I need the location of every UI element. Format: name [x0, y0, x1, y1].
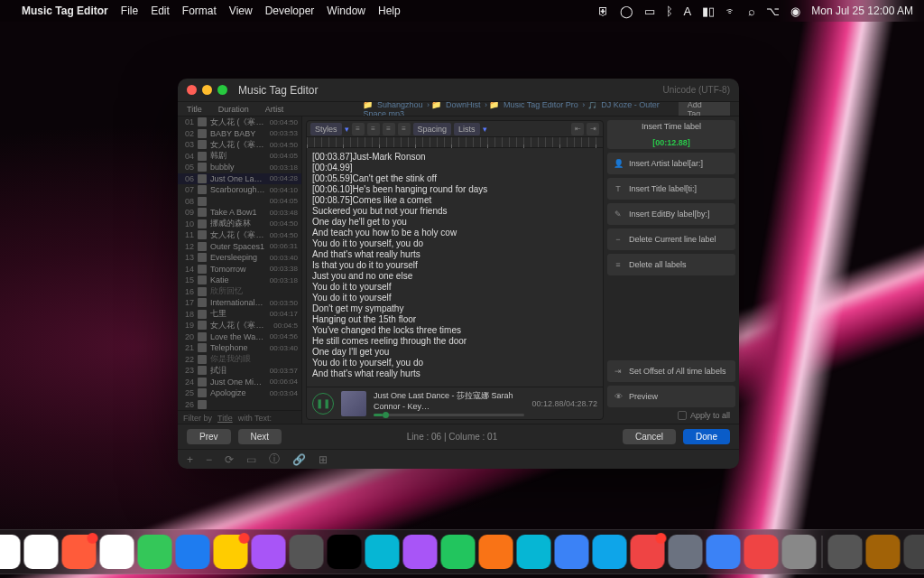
track-row[interactable]: 21Telephone00:03:40 — [178, 342, 301, 354]
dock-app[interactable] — [0, 535, 21, 569]
menubar-appname[interactable]: Music Tag Editor — [22, 5, 108, 17]
dock-app[interactable] — [290, 535, 324, 569]
dock-app[interactable] — [866, 535, 901, 569]
menu-file[interactable]: File — [121, 5, 138, 17]
folder-icon[interactable]: ▭ — [246, 453, 256, 466]
styles-dropdown[interactable]: Styles — [310, 123, 342, 135]
align-right-icon[interactable]: ≡ — [383, 123, 395, 135]
wifi-icon[interactable]: ᯤ — [725, 5, 737, 18]
info-icon[interactable]: ⓘ — [269, 452, 280, 467]
align-left-icon[interactable]: ≡ — [352, 123, 365, 135]
track-row[interactable]: 16欣所回忆 — [178, 286, 301, 298]
close-icon[interactable] — [187, 85, 197, 95]
dock-app[interactable] — [365, 535, 400, 569]
dock-app[interactable] — [517, 535, 551, 569]
bluetooth-icon[interactable]: ᛒ — [666, 5, 673, 18]
track-row[interactable]: 20Love the Way…00:04:56 — [178, 331, 301, 343]
grid-icon[interactable]: ⊞ — [319, 453, 328, 466]
minimize-icon[interactable] — [202, 85, 212, 95]
sync-icon[interactable]: ◯ — [620, 5, 633, 18]
next-button[interactable]: Next — [238, 429, 282, 444]
menu-format[interactable]: Format — [182, 5, 217, 17]
align-justify-icon[interactable]: ≡ — [398, 123, 411, 135]
track-row[interactable]: 10挪威的森林00:04:50 — [178, 219, 301, 230]
track-row[interactable]: 19女人花 (《寒…00:04:5 — [178, 320, 301, 331]
insert-time-button[interactable]: Insert Time label [00:12.88] — [607, 120, 735, 149]
dock-app[interactable] — [252, 535, 286, 569]
dock-app[interactable] — [24, 535, 59, 569]
dock-app[interactable] — [62, 535, 97, 569]
add-tag-button[interactable]: Add Tag... — [679, 102, 730, 117]
dock-app[interactable] — [593, 535, 627, 569]
track-row[interactable]: 04韩剧00:04:05 — [178, 151, 301, 163]
dock-app[interactable] — [744, 535, 779, 569]
breadcrumb[interactable]: 📁 Suhangzhou › 📁 DownHist › 📁 Music Tag … — [363, 102, 678, 117]
siri-icon[interactable]: ◉ — [790, 5, 800, 18]
zoom-icon[interactable] — [217, 85, 227, 95]
outdent-icon[interactable]: ⇤ — [571, 123, 584, 135]
track-row[interactable]: 09Take A Bow100:03:48 — [178, 207, 301, 219]
dock-app[interactable] — [100, 535, 134, 569]
track-row[interactable]: 05bubbly00:03:18 — [178, 162, 301, 173]
track-row[interactable]: 24Just One Min…00:06:04 — [178, 377, 301, 388]
insert-title-button[interactable]: T Insert Title label[ti:] — [607, 178, 735, 200]
preview-button[interactable]: 👁 Preview — [607, 386, 735, 407]
dock-app[interactable] — [707, 535, 741, 569]
track-row[interactable]: 25Apologize00:03:04 — [178, 387, 301, 399]
delete-line-button[interactable]: − Delete Current line label — [607, 228, 735, 250]
progress-bar[interactable] — [374, 414, 524, 416]
track-row[interactable]: 02BABY BABY00:03:53 — [178, 128, 301, 140]
insert-editby-button[interactable]: ✎ Insert EditBy label[by:] — [607, 203, 735, 225]
dock-app[interactable] — [441, 535, 476, 569]
lyrics-textarea[interactable]: [00:03.87]Just-Mark Ronson [00:04.99] [0… — [307, 148, 603, 387]
ruler[interactable] — [307, 137, 603, 148]
col-title[interactable]: Title — [187, 105, 202, 114]
display-icon[interactable]: ▭ — [644, 5, 655, 18]
track-row[interactable]: 06Just One Last…00:04:28 — [178, 173, 301, 185]
track-row[interactable]: 23拭泪00:03:57 — [178, 365, 301, 377]
apply-all-checkbox[interactable]: Apply to all — [607, 411, 735, 420]
indent-icon[interactable]: ⇥ — [587, 123, 599, 135]
col-duration[interactable]: Duration — [218, 105, 249, 114]
menu-developer[interactable]: Developer — [265, 5, 315, 17]
encoding-label[interactable]: Unicode (UTF-8) — [663, 85, 730, 95]
filter-field[interactable]: Title — [217, 414, 233, 423]
track-row[interactable]: 22你是我的眼 — [178, 354, 301, 366]
prev-button[interactable]: Prev — [187, 429, 231, 444]
track-row[interactable]: 14Tomorrow00:03:38 — [178, 264, 301, 275]
battery-icon[interactable]: ▮▯ — [702, 5, 715, 18]
track-row[interactable]: 13Eversleeping00:03:40 — [178, 252, 301, 264]
dock-app[interactable] — [479, 535, 513, 569]
spacing-dropdown[interactable]: Spacing — [413, 123, 452, 135]
insert-artist-button[interactable]: 👤 Insert Artist label[ar:] — [607, 153, 735, 174]
track-row[interactable]: 07Scarborough…00:04:10 — [178, 184, 301, 196]
done-button[interactable]: Done — [683, 429, 730, 444]
track-row[interactable]: 0800:04:05 — [178, 196, 301, 208]
track-row[interactable]: 11女人花 (《寒…00:04:50 — [178, 229, 301, 241]
pause-icon[interactable]: ❚❚ — [312, 393, 334, 415]
menu-edit[interactable]: Edit — [151, 5, 170, 17]
link-icon[interactable]: 🔗 — [292, 453, 306, 466]
dock-app[interactable] — [828, 535, 863, 569]
refresh-icon[interactable]: ⟳ — [225, 453, 234, 466]
menu-view[interactable]: View — [229, 5, 253, 17]
dock-app[interactable] — [138, 535, 172, 569]
control-center-icon[interactable]: ⌥ — [766, 5, 780, 18]
dock-app[interactable] — [669, 535, 703, 569]
menu-help[interactable]: Help — [378, 5, 401, 17]
track-row[interactable]: 17International…00:03:50 — [178, 297, 301, 309]
delete-all-button[interactable]: ≡ Delete all labels — [607, 254, 735, 275]
track-row[interactable]: 18七里00:04:17 — [178, 309, 301, 321]
menubar-clock[interactable]: Mon Jul 25 12:00 AM — [811, 5, 913, 17]
remove-icon[interactable]: − — [206, 453, 212, 466]
set-offset-button[interactable]: ⇥ Set Offset of All time labels — [607, 360, 735, 382]
dock-app[interactable] — [904, 535, 925, 569]
track-row[interactable]: 15Katie00:03:18 — [178, 275, 301, 286]
dock-app[interactable] — [328, 535, 362, 569]
search-icon[interactable]: ⌕ — [748, 5, 755, 18]
track-row[interactable]: 12Outer Spaces100:06:31 — [178, 241, 301, 253]
cancel-button[interactable]: Cancel — [623, 429, 676, 444]
shield-icon[interactable]: ⛨ — [597, 5, 609, 18]
col-artist[interactable]: Artist — [265, 105, 284, 114]
track-row[interactable]: 03女人花 (《寒…00:04:50 — [178, 139, 301, 151]
